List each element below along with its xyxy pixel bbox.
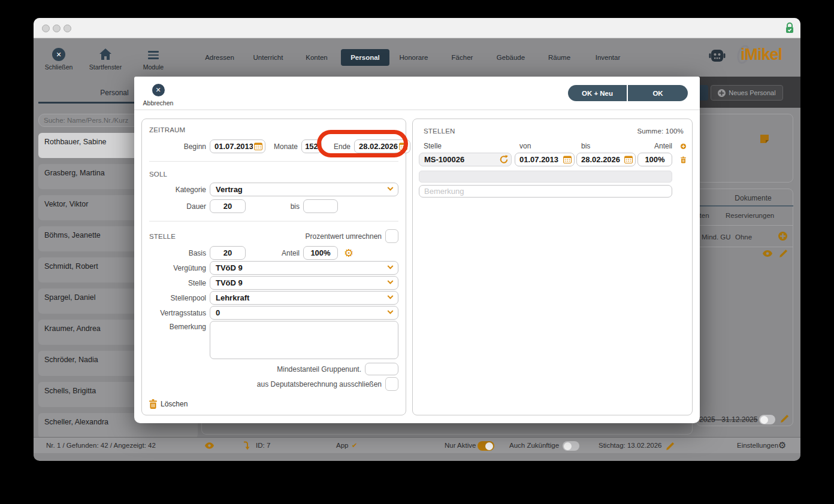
stelle-bis-field[interactable] — [576, 153, 636, 166]
eye-icon[interactable] — [763, 250, 772, 257]
vertragsstatus-select[interactable]: 0 — [210, 306, 398, 320]
period-toggle[interactable] — [759, 415, 775, 424]
close-app-button[interactable]: ✕ Schließen — [42, 48, 75, 71]
stelle-select[interactable]: TVöD 9 — [210, 276, 398, 290]
zeitraum-title: ZEITRAUM — [149, 126, 185, 133]
stelle-von-field[interactable] — [515, 153, 575, 166]
lock-check-icon — [785, 22, 794, 34]
edit-zeitraum-dialog: ✕ Abbrechen OK + Neu OK ZEITRAUM Beginn — [134, 77, 700, 423]
basis-label: Basis — [149, 249, 206, 257]
dauer-input[interactable] — [210, 199, 246, 213]
tab-konten[interactable]: Konten — [292, 49, 341, 66]
pencil-icon[interactable] — [779, 249, 788, 257]
tab-honorare[interactable]: Honorare — [389, 49, 438, 66]
tab-adressen[interactable]: Adressen — [195, 49, 244, 66]
bis-label: bis — [246, 202, 300, 211]
mindestanteil-label: Mindestanteil Gruppenunt. — [149, 365, 361, 374]
stelle-anteil-input[interactable] — [637, 153, 672, 166]
stellen-bemerkung-input[interactable] — [419, 185, 672, 198]
loeschen-button[interactable]: Löschen — [149, 399, 398, 409]
mindestanteil-input[interactable] — [365, 363, 398, 375]
calendar-icon[interactable] — [624, 156, 633, 163]
tab-dokumente[interactable]: Dokumente — [723, 194, 783, 202]
startfenster-button[interactable]: Startfenster — [84, 48, 127, 71]
ok-neu-button[interactable]: OK + Neu — [568, 85, 627, 101]
module-label: Module — [143, 63, 164, 71]
neues-personal-button[interactable]: Neues Personal — [711, 85, 783, 101]
note-icon[interactable] — [760, 134, 769, 144]
close-icon: ✕ — [52, 48, 65, 61]
module-button[interactable]: Module — [137, 48, 170, 71]
divider — [149, 161, 398, 162]
tab-inventar[interactable]: Inventar — [584, 49, 632, 66]
deputat-checkbox[interactable] — [385, 377, 398, 391]
tab-gebaeude[interactable]: Gebäude — [486, 49, 535, 66]
traffic-minimize-button[interactable] — [53, 25, 61, 32]
plus-circle-icon — [718, 89, 726, 97]
app-window: ✕ Schließen Startfenster Module Adressen… — [34, 18, 800, 461]
loeschen-label: Löschen — [161, 400, 188, 408]
pencil-icon[interactable] — [781, 414, 789, 423]
vertragsstatus-value: 0 — [216, 308, 220, 317]
status-bar: Nr. 1 / Gefunden: 42 / Angezeigt: 42 ID:… — [34, 437, 800, 453]
stellen-row — [419, 153, 686, 166]
traffic-close-button[interactable] — [42, 25, 50, 32]
stellen-columns: Stelle von bis Anteil — [419, 142, 686, 150]
beginn-field[interactable] — [210, 139, 265, 153]
bemerkung-textarea[interactable] — [210, 321, 398, 359]
stelle-id-field[interactable] — [419, 153, 512, 166]
kategorie-select[interactable]: Vertrag — [210, 183, 398, 196]
prozentwert-label: Prozentwert umrechnen — [149, 232, 382, 241]
module-tabs: Adressen Unterricht Konten Personal Hono… — [195, 49, 632, 66]
stelle-row: Stelle TVöD 9 — [149, 276, 398, 290]
traffic-zoom-button[interactable] — [64, 25, 71, 32]
startfenster-label: Startfenster — [89, 63, 122, 71]
prozentwert-checkbox[interactable] — [385, 229, 398, 243]
verguetung-label: Vergütung — [149, 264, 206, 272]
refresh-icon[interactable] — [500, 155, 508, 164]
robot-icon[interactable] — [709, 48, 726, 63]
calendar-icon[interactable] — [563, 156, 572, 163]
pencil-icon[interactable] — [666, 442, 675, 450]
anteil-input[interactable] — [303, 246, 338, 260]
stellenpool-label: Stellenpool — [149, 294, 206, 302]
sort-down-icon[interactable] — [243, 441, 250, 450]
gear-icon[interactable]: ⚙ — [344, 247, 353, 259]
empty-row-bar — [419, 171, 672, 183]
mind-gu-label: Mind. GU — [702, 233, 731, 241]
tab-raeume[interactable]: Räume — [535, 49, 584, 66]
verguetung-value: TVöD 9 — [216, 263, 243, 272]
nur-aktive-toggle[interactable] — [478, 441, 494, 451]
chevron-down-icon — [388, 278, 394, 284]
bis-input[interactable] — [303, 199, 338, 213]
nur-aktive-label: Nur Aktive — [445, 438, 476, 453]
tab-personal[interactable]: Personal — [341, 49, 389, 66]
close-label: Schließen — [45, 63, 73, 71]
imikel-logo: iMikel — [739, 44, 799, 66]
add-icon[interactable] — [778, 232, 787, 241]
trash-icon[interactable] — [681, 155, 686, 165]
auch-zukuenftige-toggle[interactable] — [563, 441, 579, 451]
left-form-panel: ZEITRAUM Beginn Monate Ende — [141, 119, 406, 415]
summe-label: Summe: 100% — [637, 127, 684, 135]
gear-icon[interactable]: ⚙ — [778, 438, 786, 453]
stelle-id-input[interactable] — [419, 153, 512, 166]
calendar-icon[interactable] — [254, 142, 262, 150]
divider — [149, 221, 398, 221]
add-row-icon[interactable] — [681, 142, 686, 151]
chevron-down-icon — [388, 308, 394, 314]
record-id: ID: 7 — [256, 438, 270, 453]
ok-button[interactable]: OK — [628, 85, 688, 101]
tab-unterricht[interactable]: Unterricht — [244, 49, 292, 66]
stellenpool-select[interactable]: Lehrkraft — [210, 291, 398, 305]
basis-input[interactable] — [210, 246, 246, 260]
einstellungen-label[interactable]: Einstellungen — [737, 438, 778, 453]
tab-reservierungen[interactable]: Reservierungen — [726, 212, 774, 219]
background-bottom-right-panel: Dokumente lten Reservierungen Mind. GU O… — [696, 189, 793, 426]
soll-title: SOLL — [149, 171, 167, 178]
verguetung-select[interactable]: TVöD 9 — [210, 261, 398, 275]
screen: ✕ Schließen Startfenster Module Adressen… — [0, 0, 834, 504]
tab-faecher[interactable]: Fächer — [438, 49, 486, 66]
eye-icon[interactable] — [205, 442, 214, 449]
abbrechen-button[interactable]: ✕ Abbrechen — [141, 84, 175, 107]
